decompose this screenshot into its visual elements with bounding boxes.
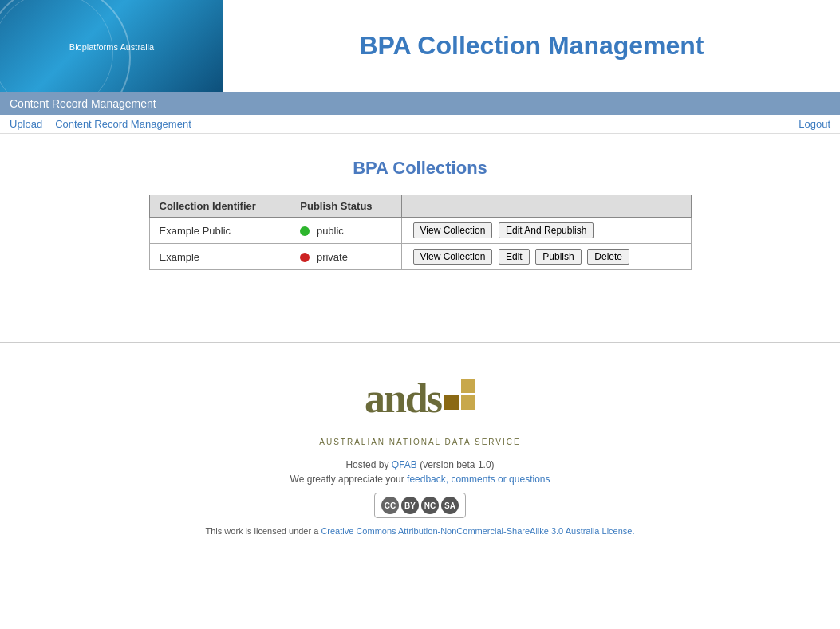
hosted-by-label: Hosted by	[345, 459, 388, 470]
content-record-management-link[interactable]: Content Record Management	[55, 118, 191, 130]
edit-button-2[interactable]: Edit	[499, 249, 530, 265]
box-gold-top-right	[461, 379, 475, 393]
username: test	[774, 118, 792, 130]
logo-text: Bioplatforms Australia	[69, 41, 154, 52]
ands-logo: ands	[16, 375, 824, 422]
collections-table: Collection Identifier Publish Status Exa…	[149, 195, 692, 270]
col-identifier: Collection Identifier	[149, 195, 290, 218]
cc-icon: CC	[381, 497, 399, 514]
feedback-link[interactable]: feedback, comments or questions	[407, 474, 550, 485]
ands-box-row-bottom	[444, 395, 475, 410]
status-dot-red-2	[300, 253, 310, 262]
appreciate-text: We greatly appreciate your	[290, 474, 404, 485]
license-link[interactable]: Creative Commons Attribution-NonCommerci…	[321, 526, 634, 536]
ands-subtitle: AUSTRALIAN NATIONAL DATA SERVICE	[16, 438, 824, 446]
logout-link[interactable]: Logout	[799, 118, 830, 130]
delete-button-2[interactable]: Delete	[587, 249, 629, 265]
sub-nav: Upload Content Record Management Logged …	[0, 115, 840, 134]
table-row: Example Public public View Collection Ed…	[149, 218, 691, 244]
ands-box-row-top	[444, 379, 475, 393]
table-body: Example Public public View Collection Ed…	[149, 218, 691, 270]
collection-status-2: private	[290, 244, 401, 270]
page-heading: BPA Collections	[16, 158, 824, 179]
ands-box-logo	[444, 379, 475, 410]
col-status: Publish Status	[290, 195, 401, 218]
table-row: Example private View Collection Edit Pub…	[149, 244, 691, 270]
collection-identifier-1: Example Public	[149, 218, 290, 244]
upload-link[interactable]: Upload	[10, 118, 42, 130]
ands-text: ands	[365, 375, 441, 422]
by-icon: BY	[401, 497, 419, 514]
footer: ands AUSTRALIAN NATIONAL DATA SERVICE Ho…	[0, 343, 840, 552]
collection-identifier-2: Example	[149, 244, 290, 270]
status-dot-green-1	[300, 226, 310, 236]
footer-appreciate: We greatly appreciate your feedback, com…	[16, 474, 824, 485]
version-label: (version beta 1.0)	[420, 459, 494, 470]
status-label-2: private	[317, 251, 348, 263]
col-actions	[401, 195, 691, 218]
publish-button-2[interactable]: Publish	[535, 249, 581, 265]
cc-badge-container: CC BY NC SA	[374, 493, 466, 518]
box-empty-top-left	[444, 379, 459, 393]
license-prefix: This work is licensed under a	[205, 526, 318, 536]
logo-label: Bioplatforms Australia	[69, 42, 154, 52]
breadcrumb-left: Content Record Management	[10, 97, 156, 110]
collection-status-1: public	[290, 218, 401, 244]
edit-republish-button-1[interactable]: Edit And Republish	[499, 222, 594, 238]
nav-bar: Content Record Management	[0, 92, 840, 115]
box-gold-bottom-right	[461, 395, 475, 410]
footer-license: This work is licensed under a Creative C…	[16, 526, 824, 536]
box-brown-bottom-left	[444, 395, 459, 410]
logo-area: Bioplatforms Australia	[0, 0, 223, 92]
cc-badge: CC BY NC SA	[16, 493, 824, 518]
header: Bioplatforms Australia BPA Collection Ma…	[0, 0, 840, 92]
sa-icon: SA	[441, 497, 459, 514]
main-content: BPA Collections Collection Identifier Pu…	[0, 134, 840, 294]
collection-actions-1: View Collection Edit And Republish	[401, 218, 691, 244]
nc-icon: NC	[421, 497, 439, 514]
view-collection-button-2[interactable]: View Collection	[413, 249, 493, 265]
table-header-row: Collection Identifier Publish Status	[149, 195, 691, 218]
nav-bar-title: Content Record Management	[10, 97, 156, 110]
collection-actions-2: View Collection Edit Publish Delete	[401, 244, 691, 270]
sub-nav-links: Upload Content Record Management	[10, 118, 191, 130]
qfab-link[interactable]: QFAB	[392, 459, 417, 470]
login-info: Logged in as: test Logout	[709, 118, 830, 130]
logged-in-label: Logged in as:	[709, 118, 771, 130]
view-collection-button-1[interactable]: View Collection	[413, 222, 493, 238]
status-label-1: public	[317, 225, 344, 237]
site-title: BPA Collection Management	[223, 15, 840, 77]
breadcrumb: Content Record Management	[10, 97, 830, 110]
footer-hosted: Hosted by QFAB (version beta 1.0)	[16, 459, 824, 470]
